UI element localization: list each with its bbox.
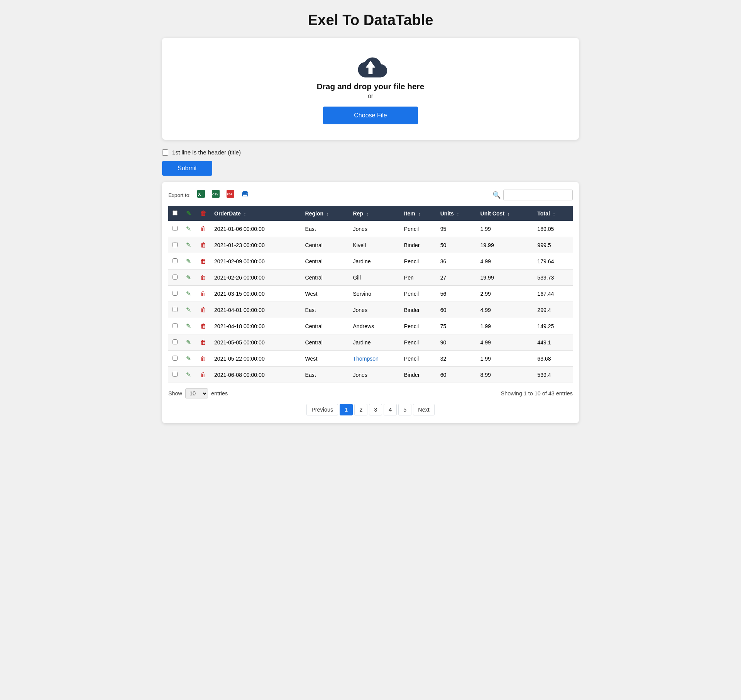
cell-rep: Kivell [350, 237, 401, 253]
cell-unitcost: 4.99 [477, 302, 535, 318]
delete-button[interactable]: 🗑 [199, 306, 208, 314]
row-checkbox[interactable] [173, 226, 178, 231]
sort-arrows-units: ↕ [457, 212, 459, 216]
row-checkbox[interactable] [173, 323, 178, 328]
row-checkbox[interactable] [173, 307, 178, 312]
row-checkbox[interactable] [173, 339, 178, 344]
rep-link[interactable]: Thompson [353, 356, 379, 362]
prev-page-button[interactable]: Previous [306, 404, 338, 415]
export-csv-button[interactable]: CSV [209, 188, 222, 202]
delete-cell: 🗑 [196, 237, 211, 253]
row-checkbox[interactable] [173, 258, 178, 263]
cell-item: Pencil [401, 221, 437, 237]
header-unitcost[interactable]: Unit Cost ↕ [477, 206, 535, 221]
print-button[interactable] [239, 188, 252, 202]
edit-button[interactable]: ✎ [184, 354, 193, 363]
next-page-button[interactable]: Next [413, 404, 435, 415]
row-checkbox[interactable] [173, 275, 178, 280]
cell-item: Pencil [401, 286, 437, 302]
delete-cell: 🗑 [196, 367, 211, 383]
svg-text:X: X [198, 192, 201, 197]
cell-unitcost: 1.99 [477, 221, 535, 237]
delete-cell: 🗑 [196, 318, 211, 334]
edit-button[interactable]: ✎ [184, 257, 193, 266]
excel-icon: X [197, 190, 205, 200]
cell-region: West [302, 351, 350, 367]
delete-button[interactable]: 🗑 [199, 290, 208, 298]
entries-select[interactable]: 10 25 50 100 [185, 388, 208, 398]
edit-button[interactable]: ✎ [184, 322, 193, 331]
cell-item: Pen [401, 269, 437, 286]
page-1-button[interactable]: 1 [340, 404, 353, 415]
header-delete: 🗑 [196, 206, 211, 221]
delete-button[interactable]: 🗑 [199, 225, 208, 233]
search-input[interactable] [503, 190, 573, 200]
edit-button[interactable]: ✎ [184, 241, 193, 249]
cell-region: Central [302, 253, 350, 269]
edit-button[interactable]: ✎ [184, 224, 193, 233]
delete-cell: 🗑 [196, 221, 211, 237]
header-total[interactable]: Total ↕ [534, 206, 573, 221]
row-checkbox-cell [168, 237, 181, 253]
delete-button[interactable]: 🗑 [199, 338, 208, 347]
edit-button[interactable]: ✎ [184, 305, 193, 314]
cell-orderdate: 2021-03-15 00:00:00 [211, 286, 302, 302]
delete-button[interactable]: 🗑 [199, 241, 208, 249]
delete-button[interactable]: 🗑 [199, 273, 208, 282]
edit-cell: ✎ [181, 334, 196, 351]
table-row: ✎🗑2021-01-06 00:00:00EastJonesPencil951.… [168, 221, 573, 237]
header-item[interactable]: Item ↕ [401, 206, 437, 221]
edit-button[interactable]: ✎ [184, 370, 193, 379]
header-region[interactable]: Region ↕ [302, 206, 350, 221]
header-rep[interactable]: Rep ↕ [350, 206, 401, 221]
row-checkbox[interactable] [173, 372, 178, 377]
cell-total: 63.68 [534, 351, 573, 367]
showing-info: Showing 1 to 10 of 43 entries [501, 390, 573, 397]
row-checkbox[interactable] [173, 291, 178, 296]
cell-rep: Jones [350, 367, 401, 383]
header-units[interactable]: Units ↕ [437, 206, 477, 221]
header-orderdate[interactable]: OrderDate ↕ [211, 206, 302, 221]
edit-header-icon: ✎ [186, 210, 191, 217]
submit-button[interactable]: Submit [162, 161, 212, 176]
cell-orderdate: 2021-02-26 00:00:00 [211, 269, 302, 286]
delete-button[interactable]: 🗑 [199, 257, 208, 266]
choose-file-button[interactable]: Choose File [323, 107, 418, 124]
header-checkbox[interactable] [162, 149, 168, 156]
export-pdf-button[interactable]: PDF [224, 188, 237, 202]
edit-button[interactable]: ✎ [184, 289, 193, 298]
page-2-button[interactable]: 2 [354, 404, 367, 415]
cell-item: Binder [401, 237, 437, 253]
edit-button[interactable]: ✎ [184, 338, 193, 347]
delete-button[interactable]: 🗑 [199, 354, 208, 363]
header-checkbox-label: 1st line is the header (title) [172, 149, 241, 156]
cell-total: 539.73 [534, 269, 573, 286]
export-excel-button[interactable]: X [195, 188, 208, 202]
delete-button[interactable]: 🗑 [199, 322, 208, 331]
svg-rect-9 [243, 195, 247, 197]
edit-cell: ✎ [181, 318, 196, 334]
edit-button[interactable]: ✎ [184, 273, 193, 282]
edit-cell: ✎ [181, 351, 196, 367]
cell-orderdate: 2021-04-18 00:00:00 [211, 318, 302, 334]
header-select-all [168, 206, 181, 221]
cell-unitcost: 8.99 [477, 367, 535, 383]
search-section: 🔍 [492, 190, 573, 200]
cell-orderdate: 2021-01-06 00:00:00 [211, 221, 302, 237]
edit-cell: ✎ [181, 253, 196, 269]
page-3-button[interactable]: 3 [369, 404, 382, 415]
svg-text:PDF: PDF [227, 193, 233, 196]
row-checkbox[interactable] [173, 242, 178, 247]
sort-arrows-rep: ↕ [366, 212, 369, 216]
delete-button[interactable]: 🗑 [199, 371, 208, 379]
page-4-button[interactable]: 4 [384, 404, 397, 415]
cell-units: 56 [437, 286, 477, 302]
edit-cell: ✎ [181, 269, 196, 286]
delete-cell: 🗑 [196, 351, 211, 367]
select-all-checkbox[interactable] [173, 210, 178, 215]
row-checkbox[interactable] [173, 356, 178, 361]
edit-cell: ✎ [181, 367, 196, 383]
cell-item: Binder [401, 367, 437, 383]
export-section: Export to: X CSV [168, 188, 252, 202]
page-5-button[interactable]: 5 [398, 404, 411, 415]
